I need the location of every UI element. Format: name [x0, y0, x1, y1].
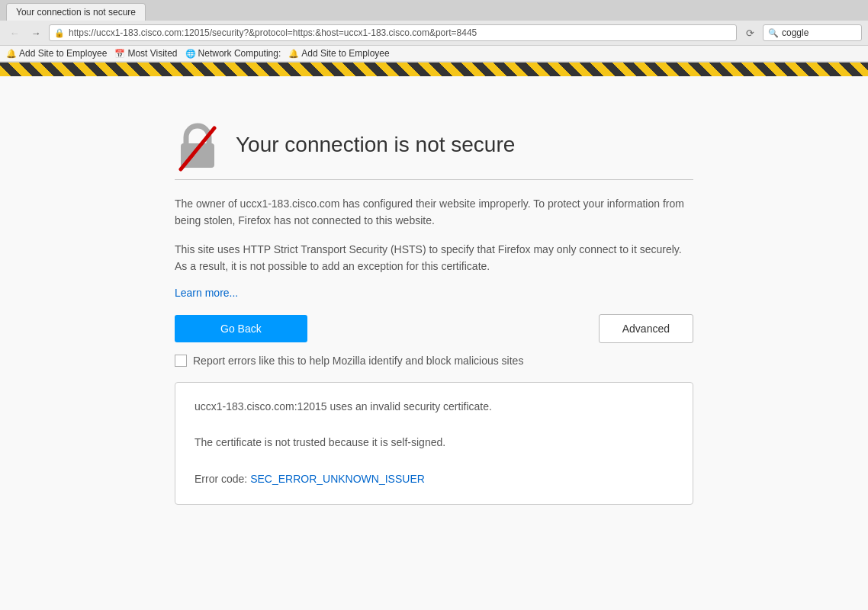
warning-stripe [0, 63, 868, 76]
search-text: coggle [782, 27, 809, 38]
bookmark-label-3: Network Computing: [198, 48, 281, 59]
cert-info-text: uccx1-183.cisco.com:12015 uses an invali… [194, 398, 674, 489]
bookmark-add-site-1[interactable]: 🔔 Add Site to Employee [6, 48, 107, 59]
error-description: The owner of uccx1-183.cisco.com has con… [175, 195, 693, 230]
url-bar[interactable]: 🔒 https://uccx1-183.cisco.com:12015/secu… [49, 24, 737, 41]
bookmark-icon-3: 🌐 [185, 49, 196, 59]
browser-chrome: Your connection is not secure ← → 🔒 http… [0, 0, 868, 63]
cert-info-box: uccx1-183.cisco.com:12015 uses an invali… [175, 382, 693, 505]
checkbox-row: Report errors like this to help Mozilla … [175, 355, 693, 367]
advanced-button[interactable]: Advanced [599, 314, 693, 343]
error-hsts-notice: This site uses HTTP Strict Transport Sec… [175, 241, 693, 275]
nav-bar: ← → 🔒 https://uccx1-183.cisco.com:12015/… [0, 21, 868, 46]
learn-more-link[interactable]: Learn more... [175, 287, 238, 299]
error-container: Your connection is not secure The owner … [175, 122, 693, 580]
bookmark-network-computing[interactable]: 🌐 Network Computing: [185, 48, 281, 59]
back-button[interactable]: ← [6, 24, 23, 41]
lock-icon [175, 122, 220, 172]
tab-bar: Your connection is not secure [0, 0, 868, 21]
refresh-button[interactable]: ⟳ [741, 24, 758, 41]
url-text: https://uccx1-183.cisco.com:12015/securi… [69, 27, 731, 38]
report-errors-checkbox[interactable] [175, 355, 187, 367]
bookmark-label-2: Most Visited [127, 48, 177, 59]
bookmark-label-4: Add Site to Employee [301, 48, 389, 59]
error-code-link[interactable]: SEC_ERROR_UNKNOWN_ISSUER [250, 473, 425, 485]
error-body: The owner of uccx1-183.cisco.com has con… [175, 195, 693, 505]
lock-icon-wrapper [175, 122, 220, 168]
cert-line1: uccx1-183.cisco.com:12015 uses an invali… [194, 398, 674, 416]
error-code-prefix: Error code: [194, 473, 250, 485]
error-header: Your connection is not secure [175, 122, 693, 180]
cert-error-code-row: Error code: SEC_ERROR_UNKNOWN_ISSUER [194, 470, 674, 489]
go-back-button[interactable]: Go Back [175, 315, 307, 342]
bookmarks-bar: 🔔 Add Site to Employee 📅 Most Visited 🌐 … [0, 46, 868, 62]
cert-line2: The certificate is not trusted because i… [194, 434, 674, 452]
report-errors-label[interactable]: Report errors like this to help Mozilla … [193, 355, 523, 367]
page-content: Your connection is not secure The owner … [0, 76, 868, 610]
search-icon: 🔍 [768, 28, 779, 38]
bookmark-icon-2: 📅 [114, 49, 125, 59]
bookmark-icon-1: 🔔 [6, 49, 17, 59]
bookmark-add-site-2[interactable]: 🔔 Add Site to Employee [288, 48, 389, 59]
bookmark-icon-4: 🔔 [288, 49, 299, 59]
tab-label: Your connection is not secure [16, 7, 136, 18]
bookmark-most-visited[interactable]: 📅 Most Visited [114, 48, 177, 59]
active-tab[interactable]: Your connection is not secure [6, 3, 146, 21]
search-bar[interactable]: 🔍 coggle [763, 24, 862, 41]
url-lock-icon: 🔒 [54, 28, 65, 38]
error-title: Your connection is not secure [236, 133, 515, 157]
bookmark-label-1: Add Site to Employee [19, 48, 107, 59]
forward-button[interactable]: → [27, 24, 44, 41]
buttons-row: Go Back Advanced [175, 314, 693, 343]
